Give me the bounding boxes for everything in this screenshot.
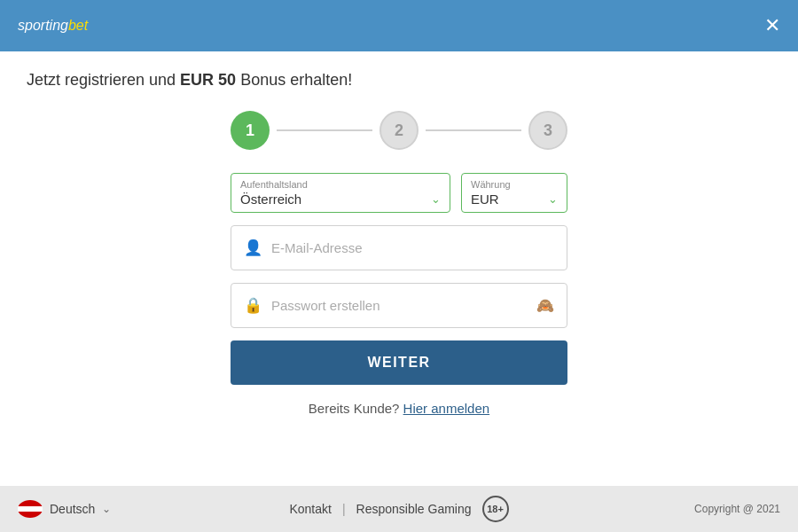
country-currency-row: Aufenthaltsland Österreich ⌄ Währung EUR… [231,173,567,213]
step-line-1 [277,129,372,131]
logo-bet: bet [68,18,88,34]
login-prefix: Bereits Kunde? [309,401,400,416]
language-selector[interactable]: Deutsch ⌄ [18,500,160,518]
eye-slash-icon[interactable]: 🙈 [536,297,554,314]
copyright-text: Copyright @ 2021 [638,503,780,515]
email-input-wrapper[interactable]: 👤 E-Mail-Adresse [231,225,567,270]
promo-text-before: Jetzt registrieren und [27,71,180,89]
logo: sportingbet [18,18,88,34]
step-2: 2 [379,111,419,150]
steps-indicator: 1 2 3 [231,111,567,150]
password-placeholder: Passwort erstellen [271,298,528,313]
main-content: Jetzt registrieren und EUR 50 Bonus erha… [0,51,798,486]
country-value: Österreich ⌄ [240,192,441,207]
footer-separator: | [342,502,346,516]
weiter-button[interactable]: WEITER [231,340,567,385]
step-1: 1 [231,111,270,150]
country-chevron-icon: ⌄ [431,192,441,206]
step-3: 3 [528,111,567,150]
login-link[interactable]: Hier anmelden [403,401,490,416]
responsible-gaming-link[interactable]: Responsible Gaming [356,502,472,516]
country-label: Aufenthaltsland [240,179,441,190]
password-input-wrapper[interactable]: 🔒 Passwort erstellen 🙈 [231,283,567,328]
language-chevron-icon: ⌄ [102,503,111,515]
footer-links: Kontakt | Responsible Gaming 18+ [160,496,638,522]
country-select[interactable]: Aufenthaltsland Österreich ⌄ [231,173,450,213]
contact-link[interactable]: Kontakt [289,502,331,516]
email-placeholder: E-Mail-Adresse [271,240,554,255]
language-label: Deutsch [50,502,95,516]
currency-label: Währung [471,179,558,190]
currency-select[interactable]: Währung EUR ⌄ [461,173,567,213]
user-icon: 👤 [244,239,262,257]
promo-text-after: Bonus erhalten! [236,71,352,89]
header: sportingbet ✕ [0,0,798,51]
austria-flag-icon [18,500,43,518]
promo-text: Jetzt registrieren und EUR 50 Bonus erha… [27,71,352,90]
promo-text-bold: EUR 50 [180,71,236,89]
currency-chevron-icon: ⌄ [548,192,558,206]
lock-icon: 🔒 [244,296,262,315]
logo-sporting: sporting [18,18,68,34]
close-button[interactable]: ✕ [764,16,780,35]
currency-value: EUR ⌄ [471,192,558,207]
footer: Deutsch ⌄ Kontakt | Responsible Gaming 1… [0,486,798,532]
age-restriction-badge: 18+ [482,496,509,522]
step-line-2 [426,129,521,131]
login-row: Bereits Kunde? Hier anmelden [309,401,489,416]
